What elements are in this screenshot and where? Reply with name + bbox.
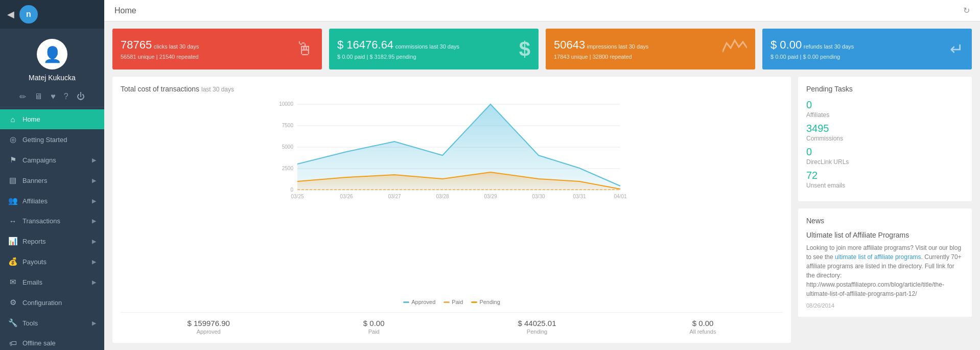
main-content: Home ↻ 78765 clicks last 30 days 56581 u…	[104, 0, 980, 350]
nav-label-banners: Banners	[22, 177, 47, 184]
sidebar-logo: n	[19, 5, 38, 24]
help-icon[interactable]: ?	[64, 92, 68, 102]
getting-started-icon: ◎	[8, 135, 17, 144]
monitor-icon[interactable]: 🖥	[34, 92, 42, 102]
pending-dot	[471, 301, 477, 303]
right-panels: Pending Tasks 0 Affiliates 3495 Commissi…	[798, 77, 972, 343]
sidebar: ◀ n 👤 Matej Kukucka ✏ 🖥 ♥ ? ⏻ ⌂ Home ◎ G…	[0, 0, 104, 350]
total-approved: $ 159976.90 Approved	[187, 319, 229, 335]
legend-pending-label: Pending	[479, 299, 500, 305]
sidebar-header: ◀ n	[0, 0, 104, 29]
page-title: Home	[114, 6, 136, 15]
svg-text:03/26: 03/26	[340, 194, 353, 199]
pending-affiliates: 0 Affiliates	[806, 99, 964, 119]
banners-icon: ▤	[8, 176, 17, 185]
paid-dot	[444, 301, 450, 303]
refresh-icon[interactable]: ↻	[963, 6, 970, 15]
sidebar-back-button[interactable]: ◀	[7, 9, 14, 20]
sidebar-item-campaigns[interactable]: ⚑ Campaigns ▶	[0, 150, 104, 170]
pending-tasks-panel: Pending Tasks 0 Affiliates 3495 Commissi…	[798, 77, 972, 201]
content-area: Total cost of transactions last 30 days …	[104, 77, 980, 350]
topbar: Home ↻	[104, 0, 980, 21]
total-refunds-label: All refunds	[690, 329, 716, 335]
total-pending: $ 44025.01 Pending	[518, 319, 556, 335]
svg-text:03/29: 03/29	[484, 194, 497, 199]
nav-label-affiliates: Affiliates	[22, 197, 48, 205]
svg-text:2500: 2500	[282, 166, 294, 171]
clicks-label: clicks last 30 days	[154, 43, 199, 50]
svg-text:5000: 5000	[282, 144, 294, 150]
sidebar-item-home[interactable]: ⌂ Home	[0, 109, 104, 129]
pending-affiliates-value: 0	[806, 99, 964, 111]
refunds-value: $ 0.00	[771, 38, 802, 51]
return-icon: ↵	[950, 39, 964, 59]
svg-text:7500: 7500	[282, 123, 294, 128]
chart-legend: Approved Paid Pending	[121, 299, 783, 305]
power-icon[interactable]: ⏻	[77, 92, 85, 102]
legend-pending: Pending	[471, 299, 500, 305]
sidebar-item-tools[interactable]: 🔧 Tools ▶	[0, 313, 104, 333]
chevron-tools-icon: ▶	[92, 320, 96, 326]
sidebar-item-payouts[interactable]: 💰 Payouts ▶	[0, 251, 104, 272]
news-article-title: Ultimate list of Affiliate Programs	[806, 231, 964, 239]
chevron-reports-icon: ▶	[92, 238, 96, 245]
sidebar-username: Matej Kukucka	[29, 74, 76, 82]
chart-panel: Total cost of transactions last 30 days …	[112, 77, 791, 343]
refunds-sub: $ 0.00 paid | $ 0.00 pending	[771, 54, 854, 60]
pending-affiliates-label: Affiliates	[806, 111, 964, 119]
news-panel: News Ultimate list of Affiliate Programs…	[798, 208, 972, 317]
svg-text:03/27: 03/27	[388, 194, 401, 199]
news-title: News	[806, 217, 964, 225]
home-icon: ⌂	[8, 115, 17, 124]
clicks-sub: 56581 unique | 21540 repeated	[121, 54, 199, 60]
nav-label-offline-sale: Offline sale	[22, 339, 56, 347]
pending-direclink-value: 0	[806, 146, 964, 158]
legend-approved: Approved	[403, 299, 435, 305]
chart-area: 10000 7500 5000 2500 0	[121, 98, 783, 297]
pending-tasks-title: Pending Tasks	[806, 85, 964, 93]
sidebar-item-affiliates[interactable]: 👥 Affiliates ▶	[0, 191, 104, 211]
commissions-label: commissions last 30 days	[395, 43, 459, 50]
impressions-label: impressions last 30 days	[587, 43, 648, 50]
chevron-affiliates-icon: ▶	[92, 198, 96, 204]
svg-text:03/28: 03/28	[436, 194, 449, 199]
affiliates-icon: 👥	[8, 196, 17, 205]
pending-direclink: 0 DirecLink URLs	[806, 146, 964, 166]
tools-icon: 🔧	[8, 318, 17, 328]
total-approved-label: Approved	[187, 329, 229, 335]
avatar: 👤	[37, 39, 67, 69]
pending-unsent-label: Unsent emails	[806, 182, 964, 189]
sidebar-item-configuration[interactable]: ⚙ Configuration	[0, 292, 104, 313]
chevron-emails-icon: ▶	[92, 279, 96, 286]
news-date: 08/26/2014	[806, 302, 964, 309]
heart-icon[interactable]: ♥	[51, 92, 56, 102]
chart-subtitle: last 30 days	[201, 86, 234, 93]
nav-label-home: Home	[22, 115, 40, 123]
sidebar-item-banners[interactable]: ▤ Banners ▶	[0, 170, 104, 191]
sidebar-item-getting-started[interactable]: ◎ Getting Started	[0, 129, 104, 150]
emails-icon: ✉	[8, 277, 17, 287]
sidebar-item-reports[interactable]: 📊 Reports ▶	[0, 231, 104, 251]
sidebar-nav: ⌂ Home ◎ Getting Started ⚑ Campaigns ▶ ▤…	[0, 109, 104, 350]
news-link[interactable]: ultimate list of affiliate programs	[835, 253, 921, 261]
sidebar-item-transactions[interactable]: ↔ Transactions ▶	[0, 211, 104, 231]
sidebar-item-emails[interactable]: ✉ Emails ▶	[0, 272, 104, 292]
svg-text:10000: 10000	[279, 101, 293, 107]
total-pending-label: Pending	[518, 329, 556, 335]
pending-commissions-label: Commissions	[806, 135, 964, 142]
pending-unsent: 72 Unsent emails	[806, 170, 964, 189]
edit-icon[interactable]: ✏	[19, 92, 26, 102]
impressions-sub: 17843 unique | 32800 repeated	[554, 54, 648, 60]
pending-direclink-label: DirecLink URLs	[806, 158, 964, 166]
stat-card-refunds: $ 0.00 refunds last 30 days $ 0.00 paid …	[762, 29, 972, 69]
approved-dot	[403, 301, 409, 303]
chart-totals: $ 159976.90 Approved $ 0.00 Paid $ 44025…	[121, 312, 783, 335]
sidebar-item-offline-sale[interactable]: 🏷 Offline sale	[0, 333, 104, 350]
svg-text:04/01: 04/01	[614, 194, 626, 199]
legend-approved-label: Approved	[411, 299, 435, 305]
chart-title: Total cost of transactions last 30 days	[121, 85, 783, 93]
configuration-icon: ⚙	[8, 298, 17, 307]
nav-label-getting-started: Getting Started	[22, 136, 67, 144]
stats-row: 78765 clicks last 30 days 56581 unique |…	[104, 21, 980, 77]
sidebar-profile: 👤 Matej Kukucka	[0, 29, 104, 87]
